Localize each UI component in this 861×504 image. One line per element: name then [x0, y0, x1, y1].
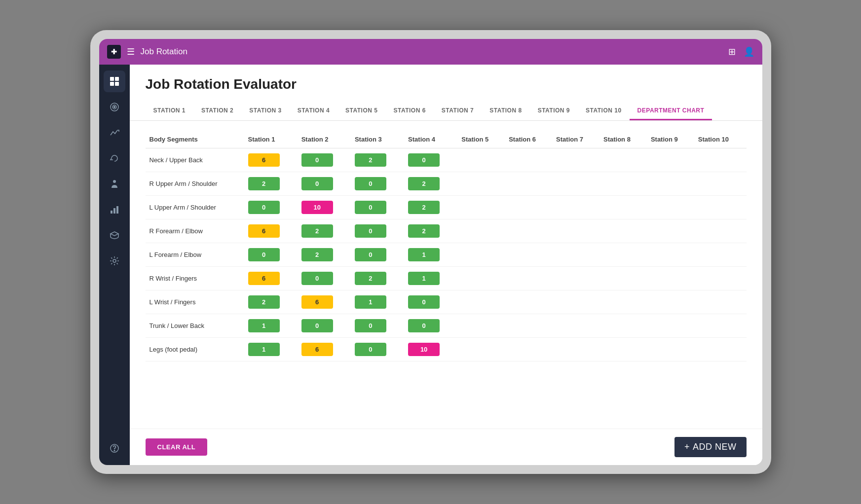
tab-station-2[interactable]: STATION 2 [193, 102, 241, 120]
table-row: R Forearm / Elbow6202 [146, 219, 747, 243]
score-badge: 10 [301, 201, 333, 214]
cell-station-4: 0 [404, 148, 457, 172]
cell-station-4: 1 [404, 267, 457, 290]
sidebar-item-chart[interactable] [104, 199, 125, 220]
clear-all-button[interactable]: CLEAR ALL [146, 438, 208, 456]
score-badge: 0 [301, 177, 333, 190]
table-row: L Upper Arm / Shoulder01002 [146, 196, 747, 219]
score-badge: 0 [248, 248, 280, 261]
score-badge: 0 [355, 319, 386, 332]
score-badge: 1 [408, 272, 440, 285]
cell-station-3: 2 [351, 148, 404, 172]
cell-station-4: 10 [404, 338, 457, 361]
tab-station-3[interactable]: STATION 3 [241, 102, 289, 120]
cell-station-2: 0 [298, 148, 351, 172]
department-table: Body SegmentsStation 1Station 2Station 3… [146, 131, 747, 361]
sidebar-item-worker[interactable] [104, 173, 125, 195]
sidebar-item-settings[interactable] [104, 250, 125, 272]
score-badge: 0 [408, 295, 440, 309]
tab-department-chart[interactable]: DEPARTMENT CHART [630, 102, 712, 120]
score-badge: 0 [408, 319, 440, 332]
col-header-station-8: Station 8 [599, 131, 647, 148]
cell-station-7 [552, 314, 599, 338]
body-segment-label: L Wrist / Fingers [146, 290, 244, 314]
score-badge: 6 [248, 224, 280, 238]
device-frame: ✚ ☰ Job Rotation ⊞ 👤 [90, 30, 771, 474]
cell-station-2: 0 [298, 172, 351, 196]
cell-station-5 [457, 338, 505, 361]
cell-station-6 [505, 219, 552, 243]
table-row: R Upper Arm / Shoulder2002 [146, 172, 747, 196]
cell-station-7 [552, 148, 599, 172]
cell-station-4: 2 [404, 172, 457, 196]
tab-station-7[interactable]: STATION 7 [434, 102, 482, 120]
cell-station-7 [552, 219, 599, 243]
tab-station-4[interactable]: STATION 4 [290, 102, 337, 120]
add-new-button[interactable]: + ADD NEW [674, 437, 747, 457]
cell-station-4: 0 [404, 290, 457, 314]
page-title: Job Rotation Evaluator [146, 76, 747, 92]
sidebar-item-rotation[interactable] [104, 147, 125, 169]
sidebar-item-training[interactable] [104, 224, 125, 246]
cell-station-7 [552, 172, 599, 196]
score-badge: 2 [248, 177, 280, 190]
cell-station-9 [647, 219, 694, 243]
cell-station-10 [694, 172, 747, 196]
user-icon[interactable]: 👤 [744, 46, 754, 57]
cell-station-7 [552, 290, 599, 314]
cell-station-1: 6 [244, 148, 298, 172]
score-badge: 0 [301, 153, 333, 167]
sidebar-item-target[interactable] [104, 96, 125, 118]
cell-station-8 [599, 290, 647, 314]
tab-station-9[interactable]: STATION 9 [530, 102, 578, 120]
cell-station-2: 0 [298, 314, 351, 338]
cell-station-1: 0 [244, 243, 298, 267]
app-logo: ✚ [107, 45, 121, 59]
score-badge: 6 [248, 272, 280, 285]
cell-station-4: 2 [404, 219, 457, 243]
tab-station-6[interactable]: STATION 6 [385, 102, 433, 120]
sidebar-item-help[interactable] [104, 437, 125, 459]
cell-station-5 [457, 148, 505, 172]
body-segment-label: L Upper Arm / Shoulder [146, 196, 244, 219]
app-shell: ✚ ☰ Job Rotation ⊞ 👤 [99, 39, 762, 465]
tab-station-10[interactable]: STATION 10 [578, 102, 630, 120]
grid-icon[interactable]: ⊞ [728, 46, 736, 57]
score-badge: 0 [301, 319, 333, 332]
header-left: ✚ ☰ Job Rotation [107, 45, 187, 59]
cell-station-10 [694, 314, 747, 338]
tab-station-1[interactable]: STATION 1 [146, 102, 193, 120]
score-badge: 10 [408, 343, 440, 356]
table-row: R Wrist / Fingers6021 [146, 267, 747, 290]
cell-station-3: 0 [351, 243, 404, 267]
cell-station-4: 0 [404, 314, 457, 338]
cell-station-8 [599, 243, 647, 267]
cell-station-5 [457, 267, 505, 290]
svg-point-11 [113, 259, 116, 262]
table-container[interactable]: Body SegmentsStation 1Station 2Station 3… [130, 121, 762, 429]
hamburger-icon[interactable]: ☰ [127, 46, 135, 57]
page-header: Job Rotation Evaluator [130, 65, 762, 102]
cell-station-2: 2 [298, 219, 351, 243]
main-layout: Job Rotation Evaluator STATION 1STATION … [99, 65, 762, 465]
cell-station-10 [694, 290, 747, 314]
cell-station-3: 0 [351, 314, 404, 338]
cell-station-6 [505, 267, 552, 290]
cell-station-9 [647, 338, 694, 361]
score-badge: 0 [248, 201, 280, 214]
footer-bar: CLEAR ALL + ADD NEW [130, 429, 762, 465]
svg-point-13 [114, 450, 115, 451]
cell-station-10 [694, 219, 747, 243]
body-segment-label: R Wrist / Fingers [146, 267, 244, 290]
table-row: Legs (foot pedal)16010 [146, 338, 747, 361]
tab-station-8[interactable]: STATION 8 [482, 102, 529, 120]
tab-station-5[interactable]: STATION 5 [337, 102, 385, 120]
sidebar-item-analytics[interactable] [104, 122, 125, 144]
plus-icon: + [684, 442, 690, 452]
body-segment-label: Legs (foot pedal) [146, 338, 244, 361]
cell-station-3: 0 [351, 338, 404, 361]
cell-station-2: 6 [298, 290, 351, 314]
cell-station-10 [694, 338, 747, 361]
sidebar-item-dashboard[interactable] [104, 71, 125, 92]
score-badge: 0 [355, 224, 386, 238]
